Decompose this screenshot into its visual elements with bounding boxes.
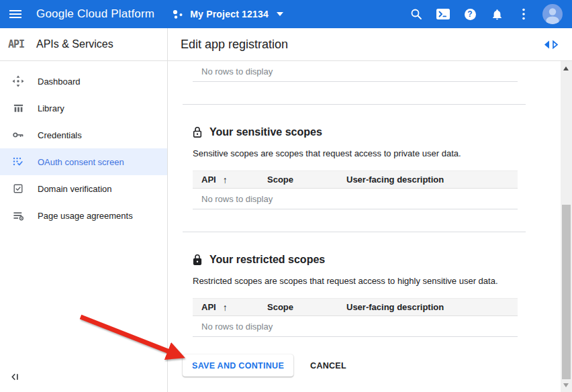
section-divider (183, 104, 526, 105)
sidebar-nav: Dashboard Library (0, 61, 167, 229)
menu-icon[interactable] (0, 0, 31, 28)
table-header-row: API ↑ Scope User-facing description (193, 170, 518, 189)
sidebar-item-label: OAuth consent screen (38, 157, 124, 167)
restricted-scopes-table: API ↑ Scope User-facing description No r… (193, 298, 518, 337)
column-header-api[interactable]: API ↑ (201, 175, 267, 185)
empty-table-message: No rows to display (193, 316, 518, 337)
account-avatar[interactable] (542, 4, 563, 24)
checkbox-icon (12, 183, 24, 195)
topbar-actions: ? (403, 0, 563, 28)
lock-icon (193, 254, 202, 266)
form-actions: SAVE AND CONTINUE CANCEL (183, 354, 561, 377)
sidebar-item-label: Dashboard (38, 77, 81, 87)
dashboard-icon (12, 75, 24, 87)
library-icon (12, 102, 24, 114)
key-icon (12, 129, 24, 141)
page-title: Edit app registration (181, 38, 288, 52)
sidebar-item-library[interactable]: Library (0, 95, 167, 121)
sidebar-item-label: Credentials (38, 130, 82, 140)
product-title: Google Cloud Platform (36, 7, 154, 21)
sidebar-item-domain-verification[interactable]: Domain verification (0, 175, 167, 202)
section-description: Sensitive scopes are scopes that request… (193, 148, 561, 158)
sidebar-item-label: Domain verification (38, 184, 112, 194)
topbar: Google Cloud Platform My Project 12134 (0, 0, 572, 28)
api-logo-icon: API (8, 38, 36, 50)
cloud-shell-icon[interactable] (430, 0, 457, 28)
empty-table-message: No rows to display (193, 61, 518, 82)
list-gear-icon (12, 209, 24, 222)
restricted-scopes-heading: Your restricted scopes (193, 252, 561, 266)
section-divider (183, 232, 526, 232)
sort-ascending-icon: ↑ (223, 302, 228, 313)
help-icon[interactable]: ? (457, 0, 483, 28)
content-header: Edit app registration (168, 28, 572, 61)
sensitive-scopes-heading: Your sensitive scopes (193, 125, 561, 139)
sidebar-item-oauth-consent-screen[interactable]: OAuth consent screen (0, 148, 167, 175)
consent-screen-dots-icon (12, 156, 24, 168)
sidebar: API APIs & Services Dashboard (0, 28, 168, 392)
sidebar-item-credentials[interactable]: Credentials (0, 121, 167, 148)
column-header-description[interactable]: User-facing description (346, 175, 518, 185)
cancel-button[interactable]: CANCEL (310, 361, 346, 371)
scrollbar-thumb[interactable] (562, 205, 571, 379)
table-header-row: API ↑ Scope User-facing description (193, 298, 518, 316)
sidebar-item-page-usage-agreements[interactable]: Page usage agreements (0, 202, 167, 229)
sidebar-section-title: APIs & Services (36, 38, 113, 50)
save-and-continue-button[interactable]: SAVE AND CONTINUE (183, 354, 293, 377)
empty-table-message: No rows to display (193, 189, 518, 209)
sidebar-item-label: Library (38, 103, 64, 113)
main-content: Edit app registration No rows to display (168, 28, 572, 392)
column-header-description[interactable]: User-facing description (346, 302, 518, 312)
scroll-down-arrow-icon[interactable] (563, 383, 569, 387)
scroll-area: No rows to display Your sensitive scopes… (168, 61, 561, 392)
sensitive-scopes-table: API ↑ Scope User-facing description No r… (193, 170, 518, 209)
scroll-up-arrow-icon[interactable] (563, 66, 569, 70)
lock-outline-icon (193, 126, 202, 138)
section-title: Your restricted scopes (209, 254, 325, 266)
collapse-sidebar-icon[interactable] (8, 372, 21, 384)
sidebar-item-dashboard[interactable]: Dashboard (0, 68, 167, 95)
sidebar-header: API APIs & Services (0, 28, 167, 61)
section-title: Your sensitive scopes (209, 126, 322, 138)
column-header-scope[interactable]: Scope (267, 302, 346, 312)
partial-table: No rows to display (193, 61, 518, 82)
project-name: My Project 12134 (190, 9, 269, 19)
chevron-down-icon (277, 12, 283, 16)
column-header-scope[interactable]: Scope (267, 175, 346, 185)
project-dots-icon (172, 8, 185, 21)
notifications-bell-icon[interactable] (483, 0, 510, 28)
column-header-api[interactable]: API ↑ (201, 302, 267, 313)
more-options-kebab-icon[interactable] (510, 0, 537, 28)
code-panel-toggle-icon[interactable] (543, 40, 559, 50)
vertical-scrollbar[interactable] (561, 61, 572, 392)
sidebar-item-label: Page usage agreements (38, 211, 133, 221)
search-icon[interactable] (403, 0, 430, 28)
sort-ascending-icon: ↑ (223, 175, 228, 185)
project-selector[interactable]: My Project 12134 (172, 8, 283, 21)
gcp-console-window: Google Cloud Platform My Project 12134 (0, 0, 572, 392)
section-description: Restricted scopes are scopes that reques… (193, 276, 561, 286)
person-icon (542, 4, 563, 24)
